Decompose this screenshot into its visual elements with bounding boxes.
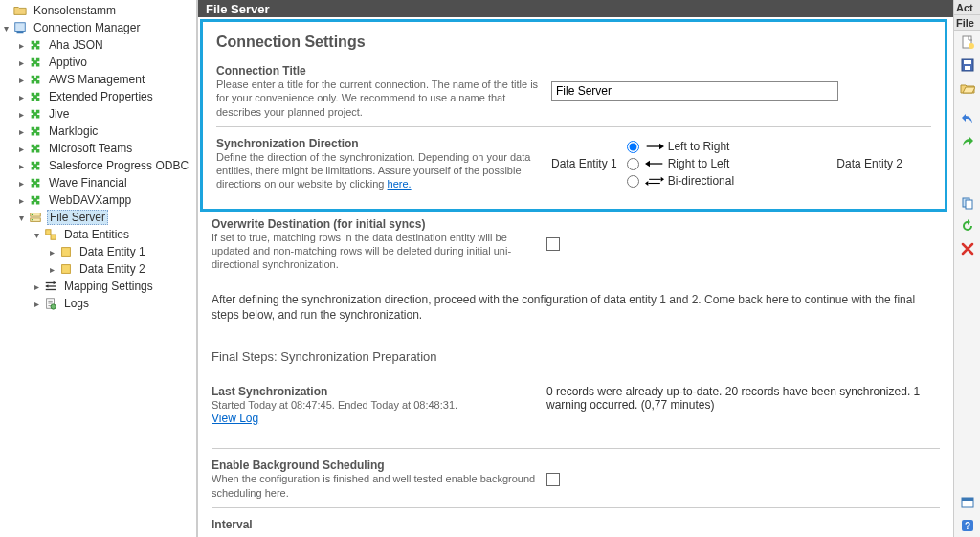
tree-label: Konsolenstamm: [31, 3, 119, 18]
tree-label: Wave Financial: [46, 175, 130, 190]
svg-rect-31: [964, 60, 971, 64]
tree-item-extprops[interactable]: ▸Extended Properties: [0, 88, 196, 105]
tree-item-apptivo[interactable]: ▸Apptivo: [0, 54, 196, 71]
expand-icon[interactable]: ▸: [46, 263, 57, 275]
tree-item-msteams[interactable]: ▸Microsoft Teams: [0, 140, 196, 157]
sync-here-link[interactable]: here.: [388, 178, 412, 190]
puzzle-icon: [28, 123, 43, 139]
content-scroll[interactable]: Connection Settings Connection Title Ple…: [198, 17, 953, 537]
last-sync-row: Last Synchronization Started Today at 08…: [212, 385, 940, 425]
expand-icon[interactable]: ▸: [15, 56, 27, 68]
entity-left-label: Data Entity 1: [551, 157, 617, 170]
radio-label: Bi-directional: [668, 174, 734, 188]
right-toolstrip: Act File ?: [953, 0, 980, 537]
tree-item-salesforce[interactable]: ▸Salesforce Progress ODBC: [0, 157, 196, 174]
open-icon[interactable]: [954, 77, 980, 100]
tree-label: Apptivo: [46, 55, 90, 70]
tree-label: Connection Manager: [31, 20, 143, 35]
undo-icon[interactable]: [954, 107, 980, 130]
expand-icon[interactable]: ▸: [15, 108, 27, 120]
overwrite-row: Overwrite Destination (for initial syncs…: [212, 217, 940, 272]
tree-logs[interactable]: ▸Logs: [0, 295, 196, 312]
svg-marker-21: [659, 144, 664, 150]
help-icon[interactable]: ?: [954, 514, 980, 537]
svg-marker-13: [54, 281, 56, 285]
puzzle-icon: [28, 158, 43, 173]
svg-rect-32: [965, 66, 970, 70]
expand-icon[interactable]: ▸: [15, 39, 27, 51]
save-icon[interactable]: [954, 54, 980, 77]
svg-marker-23: [645, 161, 650, 168]
svg-rect-6: [46, 230, 51, 235]
redo-icon[interactable]: [954, 130, 980, 153]
final-steps-heading: Final Steps: Synchronization Preparation: [212, 349, 940, 364]
sync-direction-row: Synchronization Direction Define the dir…: [216, 137, 931, 191]
puzzle-icon: [28, 37, 43, 53]
expand-icon[interactable]: ▸: [15, 177, 27, 189]
expand-icon[interactable]: ▸: [31, 280, 42, 292]
view-log-link[interactable]: View Log: [212, 412, 258, 425]
entities-icon: [43, 227, 58, 242]
collapse-icon[interactable]: ▾: [0, 22, 11, 34]
entity-icon: [58, 244, 74, 259]
svg-point-19: [51, 304, 56, 309]
tree-label: Aha JSON: [46, 37, 106, 53]
puzzle-icon: [28, 55, 43, 70]
right-head-actions: Act: [954, 0, 980, 15]
tree-item-wave[interactable]: ▸Wave Financial: [0, 174, 196, 191]
radio-label: Left to Right: [668, 140, 730, 153]
tree-connection-manager[interactable]: ▾ Connection Manager: [0, 19, 196, 36]
tree-item-aha-json[interactable]: ▸Aha JSON: [0, 36, 196, 54]
new-icon[interactable]: [954, 31, 980, 54]
svg-text:?: ?: [965, 521, 970, 531]
delete-icon[interactable]: [954, 237, 980, 260]
bg-sched-row: Enable Background Scheduling When the co…: [212, 459, 940, 500]
tree-item-marklogic[interactable]: ▸Marklogic: [0, 123, 196, 140]
title-bar: File Server: [198, 0, 953, 17]
svg-point-5: [32, 219, 33, 220]
radio-right-to-left[interactable]: Right to Left: [627, 157, 734, 170]
refresh-icon[interactable]: [954, 214, 980, 237]
expand-icon[interactable]: ▸: [31, 298, 42, 309]
connection-title-input[interactable]: [551, 81, 838, 101]
expand-icon[interactable]: ▸: [15, 194, 27, 206]
collapse-icon[interactable]: ▾: [31, 229, 42, 240]
collapse-icon[interactable]: ▾: [15, 212, 27, 223]
radio-left-to-right[interactable]: Left to Right: [627, 140, 734, 153]
puzzle-icon: [28, 106, 43, 122]
tree-item-webdav[interactable]: ▸WebDAVXampp: [0, 191, 196, 209]
svg-rect-0: [15, 23, 26, 32]
expand-icon[interactable]: ▸: [15, 91, 27, 102]
tree-root[interactable]: Konsolenstamm: [0, 2, 196, 19]
window-icon[interactable]: [954, 491, 980, 514]
tree-item-file-server[interactable]: ▾File Server: [0, 209, 196, 226]
svg-point-4: [32, 214, 33, 215]
expand-icon[interactable]: ▸: [15, 74, 27, 85]
copy-icon[interactable]: [954, 191, 980, 214]
tree-data-entity-1[interactable]: ▸Data Entity 1: [0, 243, 196, 260]
tree-label: AWS Management: [46, 72, 147, 87]
tree-item-aws[interactable]: ▸AWS Management: [0, 71, 196, 88]
entity-right-label: Data Entity 2: [836, 157, 902, 170]
expand-icon[interactable]: ▸: [15, 125, 27, 137]
svg-point-29: [969, 43, 974, 49]
puzzle-icon: [28, 141, 43, 156]
expand-icon[interactable]: ▸: [15, 143, 27, 154]
expand-icon[interactable]: ▸: [46, 246, 57, 257]
tree-label: Jive: [46, 106, 72, 122]
expand-icon[interactable]: ▸: [15, 160, 27, 171]
radio-bidirectional[interactable]: Bi-directional: [627, 174, 734, 188]
right-head-file: File: [954, 15, 980, 31]
overwrite-checkbox[interactable]: [546, 237, 560, 251]
after-note: After defining the synchronization direc…: [212, 292, 940, 323]
tree-data-entities[interactable]: ▾Data Entities: [0, 226, 196, 243]
arrow-left-icon: [645, 158, 664, 169]
tree-mapping-settings[interactable]: ▸Mapping Settings: [0, 278, 196, 295]
svg-rect-8: [62, 248, 71, 257]
svg-rect-9: [62, 265, 71, 274]
tree-data-entity-2[interactable]: ▸Data Entity 2: [0, 260, 196, 278]
tree-item-jive[interactable]: ▸Jive: [0, 105, 196, 123]
bg-sched-checkbox[interactable]: [546, 473, 560, 486]
svg-rect-36: [962, 498, 973, 501]
tree-label: Marklogic: [46, 123, 100, 139]
